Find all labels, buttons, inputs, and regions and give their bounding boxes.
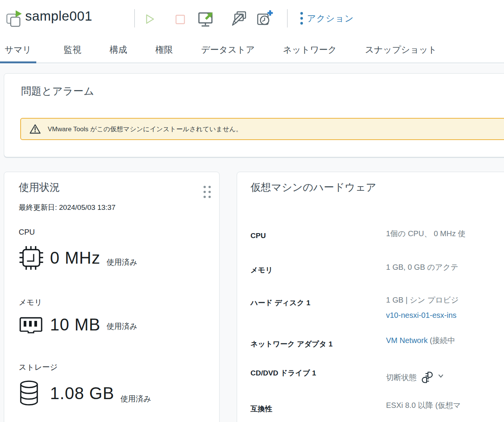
cpu-chip-icon [19, 245, 44, 271]
disconnected-plug-icon[interactable] [420, 370, 435, 384]
issues-alarms-title: 問題とアラーム [21, 84, 94, 98]
header-divider [287, 9, 288, 27]
tab-configure[interactable]: 構成 [109, 38, 128, 63]
vmware-tools-warning-banner: VMware Tools がこの仮想マシンにインストールされていません。 [20, 118, 504, 140]
tab-monitor[interactable]: 監視 [63, 38, 82, 63]
storage-usage-value: 1.08 GB [50, 384, 114, 403]
usage-memory-label: メモリ [19, 297, 42, 308]
warning-triangle-icon [29, 124, 41, 134]
vm-hardware-title: 仮想マシンのハードウェア [250, 180, 376, 194]
hw-cpu-label: CPU [250, 232, 266, 240]
hw-network-status: (接続中 [430, 336, 455, 345]
summary-content: 問題とアラーム VMware Tools がこの仮想マシンにインストールされてい… [0, 64, 504, 422]
tab-datastores[interactable]: データストア [200, 38, 256, 63]
actions-menu-label: アクション [307, 13, 354, 24]
hw-row-cpu: CPU 1個の CPU、 0 MHz 使 [250, 229, 504, 259]
actions-menu-button[interactable]: アクション [300, 11, 354, 25]
hw-disk-datastore-link[interactable]: v10-nesxi-01-esx-ins [386, 311, 457, 320]
hw-row-compatibility: 互換性 ESXi 8.0 以降 (仮想マ [250, 397, 504, 422]
launch-console-button[interactable] [198, 11, 215, 27]
memory-usage-value: 10 MB [50, 315, 100, 334]
hw-disk-value: 1 GB | シン プロビジ [386, 295, 459, 305]
vm-header: sample001 [0, 0, 504, 38]
usage-title: 使用状況 [19, 180, 60, 194]
hw-memory-label: メモリ [250, 265, 273, 275]
usage-cpu-row: 0 MHz 使用済み [19, 245, 137, 271]
tab-summary[interactable]: サマリ [0, 38, 36, 63]
usage-storage-label: ストレージ [19, 362, 58, 372]
hw-compatibility-label: 互換性 [250, 404, 272, 414]
vertical-ellipsis-icon [300, 11, 303, 25]
tab-permissions[interactable]: 権限 [155, 38, 174, 63]
hw-row-memory: メモリ 1 GB, 0 GB のアクテ [250, 262, 504, 293]
hw-network-label: ネットワーク アダプタ 1 [250, 339, 333, 349]
hw-cpu-value: 1個の CPU、 0 MHz 使 [386, 229, 465, 239]
hw-row-network-adapter: ネットワーク アダプタ 1 VM Network (接続中 [250, 334, 504, 364]
vm-hardware-card: 仮想マシンのハードウェア CPU 1個の CPU、 0 MHz 使 メモリ 1 … [237, 172, 504, 422]
chevron-down-icon[interactable] [438, 374, 444, 378]
memory-module-icon [19, 315, 44, 335]
vsphere-vm-summary-page: sample001 [0, 0, 504, 422]
power-off-button[interactable] [174, 13, 186, 26]
widget-drag-handle-icon[interactable] [202, 184, 212, 200]
hw-memory-value: 1 GB, 0 GB のアクテ [386, 262, 459, 272]
hw-cd-dvd-label: CD/DVD ドライブ 1 [250, 368, 316, 378]
usage-memory-row: 10 MB 使用済み [19, 315, 137, 335]
memory-usage-suffix: 使用済み [107, 321, 137, 335]
cpu-usage-value: 0 MHz [50, 248, 100, 267]
issues-alarms-card: 問題とアラーム VMware Tools がこの仮想マシンにインストールされてい… [4, 73, 504, 157]
storage-database-icon [19, 380, 44, 407]
vm-name-title: sample001 [25, 8, 92, 24]
hw-cd-dvd-status: 切断状態 [386, 372, 417, 383]
hw-network-link[interactable]: VM Network [386, 336, 428, 345]
hw-disk-label: ハード ディスク 1 [250, 298, 310, 308]
hw-compatibility-value: ESXi 8.0 以降 (仮想マ [386, 400, 461, 411]
hw-row-hard-disk: ハード ディスク 1 1 GB | シン プロビジ v10-nesxi-01-e… [250, 295, 504, 333]
storage-usage-suffix: 使用済み [120, 394, 151, 407]
hw-row-cd-dvd: CD/DVD ドライブ 1 切断状態 [250, 363, 504, 397]
vm-tabbar: サマリ 監視 構成 権限 データストア ネットワーク スナップショット [0, 38, 504, 63]
usage-cpu-label: CPU [19, 228, 35, 237]
vm-powered-on-icon [5, 9, 23, 27]
tab-snapshots[interactable]: スナップショット [364, 38, 438, 63]
usage-storage-row: 1.08 GB 使用済み [19, 380, 151, 407]
tab-networks[interactable]: ネットワーク [282, 38, 338, 63]
power-on-button[interactable] [143, 12, 157, 26]
take-snapshot-button[interactable] [257, 10, 274, 27]
warning-message: VMware Tools がこの仮想マシンにインストールされていません。 [48, 125, 242, 134]
edit-settings-button[interactable] [231, 11, 247, 27]
cpu-usage-suffix: 使用済み [107, 257, 137, 271]
usage-last-updated: 最終更新日: 2024/05/03 13:37 [19, 203, 115, 213]
usage-card: 使用状況 最終更新日: 2024/05/03 13:37 CPU [4, 172, 220, 422]
header-divider [134, 9, 135, 27]
